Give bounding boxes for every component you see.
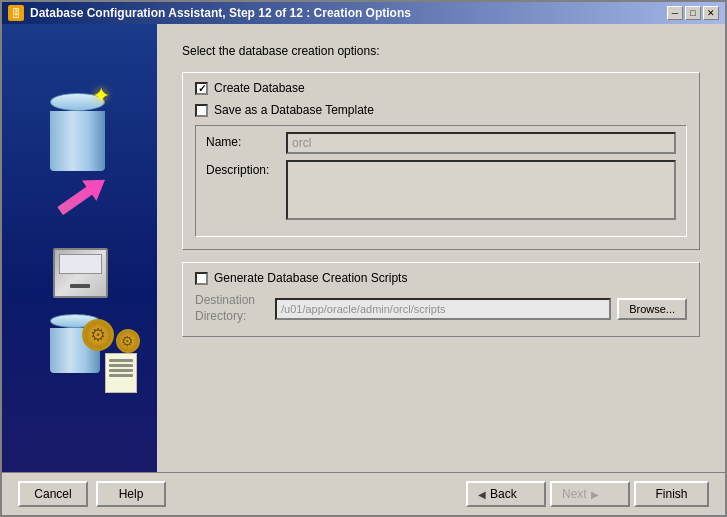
generate-scripts-checkbox[interactable] — [195, 272, 208, 285]
create-db-checkbox[interactable] — [195, 82, 208, 95]
next-arrow-icon: ▶ — [591, 489, 599, 500]
illustration-panel: ✦ — [2, 24, 157, 472]
destination-row: Destination Directory: Browse... — [195, 293, 687, 324]
title-bar-left: 🗄 Database Configuration Assistant, Step… — [8, 5, 411, 21]
generate-scripts-label: Generate Database Creation Scripts — [214, 271, 407, 285]
doc-line — [109, 364, 133, 367]
main-window: 🗄 Database Configuration Assistant, Step… — [0, 0, 727, 517]
name-input[interactable] — [286, 132, 676, 154]
title-bar: 🗄 Database Configuration Assistant, Step… — [2, 2, 725, 24]
generate-scripts-row: Generate Database Creation Scripts — [195, 271, 687, 285]
gear-small-icon: ⚙ — [116, 329, 140, 353]
floppy-label — [59, 254, 102, 274]
doc-line — [109, 359, 133, 362]
floppy-disk — [53, 238, 108, 298]
form-panel: Select the database creation options: Cr… — [157, 24, 725, 472]
document-icon — [105, 353, 137, 393]
window-title: Database Configuration Assistant, Step 1… — [30, 6, 411, 20]
scripts-group: Generate Database Creation Scripts Desti… — [182, 262, 700, 337]
back-arrow-icon: ◀ — [478, 489, 486, 500]
save-template-label: Save as a Database Template — [214, 103, 374, 117]
window-icon: 🗄 — [8, 5, 24, 21]
destination-input[interactable] — [275, 298, 611, 320]
back-button[interactable]: ◀ Back — [466, 481, 546, 507]
doc-line — [109, 369, 133, 372]
main-content: ✦ — [2, 24, 725, 472]
destination-label: Destination Directory: — [195, 293, 275, 324]
cancel-button[interactable]: Cancel — [18, 481, 88, 507]
left-buttons: Cancel Help — [18, 481, 166, 507]
next-label: Next — [562, 487, 587, 501]
name-row: Name: — [206, 132, 676, 154]
save-template-checkbox[interactable] — [195, 104, 208, 117]
create-db-label: Create Database — [214, 81, 305, 95]
name-label: Name: — [206, 132, 286, 149]
doc-line — [109, 374, 133, 377]
document-lines — [106, 354, 136, 382]
pink-arrow — [55, 183, 110, 208]
template-options-panel: Name: Description: — [195, 125, 687, 237]
close-button[interactable]: ✕ — [703, 6, 719, 20]
cylinder-body — [50, 111, 105, 171]
minimize-button[interactable]: ─ — [667, 6, 683, 20]
help-button[interactable]: Help — [96, 481, 166, 507]
title-buttons: ─ □ ✕ — [667, 6, 719, 20]
form-instructions: Select the database creation options: — [182, 44, 700, 58]
floppy-slot — [70, 284, 90, 288]
button-bar: Cancel Help ◀ Back Next ▶ Finish — [2, 472, 725, 515]
top-database: ✦ — [50, 93, 105, 171]
finish-button[interactable]: Finish — [634, 481, 709, 507]
star-icon: ✦ — [92, 83, 110, 109]
description-textarea[interactable] — [286, 160, 676, 220]
create-db-group: Create Database Save as a Database Templ… — [182, 72, 700, 250]
description-label: Description: — [206, 160, 286, 177]
description-row: Description: — [206, 160, 676, 220]
right-buttons: ◀ Back Next ▶ Finish — [466, 481, 709, 507]
save-template-row: Save as a Database Template — [195, 103, 687, 117]
arrow-shape — [52, 169, 111, 221]
gear-large-icon: ⚙ — [82, 319, 114, 351]
gears: ⚙ ⚙ — [82, 319, 140, 353]
next-button[interactable]: Next ▶ — [550, 481, 630, 507]
browse-button[interactable]: Browse... — [617, 298, 687, 320]
maximize-button[interactable]: □ — [685, 6, 701, 20]
back-label: Back — [490, 487, 517, 501]
create-db-row: Create Database — [195, 81, 687, 95]
